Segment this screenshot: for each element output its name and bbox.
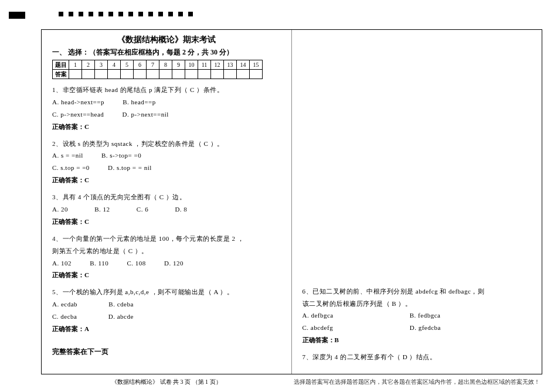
q6-opt-a: A. defbgca — [303, 309, 408, 322]
q3-opt-d: D. 8 — [175, 203, 187, 216]
q4-text-1: 4、一个向量的第一个元素的地址是 100，每个元素的长度是 2 ， — [52, 233, 281, 245]
q3-opt-a: A. 20 — [52, 203, 68, 216]
top-alignment-markers — [0, 12, 554, 19]
section-1-heading: 一、 选择：（答案写在相应框格内，每题 2 分，共 30 分） — [52, 47, 281, 57]
question-2: 2、设栈 s 的类型为 sqstack ，判定栈空的条件是（ C ）。 A. s… — [52, 138, 281, 187]
exam-page: 《数据结构概论》期末考试 一、 选择：（答案写在相应框格内，每题 2 分，共 3… — [41, 29, 542, 374]
q5-opt-c: C. decba — [52, 311, 77, 323]
q6-opt-b: B. fedbgca — [410, 312, 441, 319]
q6-answer: 正确答案：B — [303, 334, 532, 346]
q1-text: 1、非空循环链表 head 的尾结点 p 满足下列（ C ）条件。 — [52, 84, 281, 96]
footer-right-text: 选择题答案写在选择题答题区内，其它各题在答案区域内作答，超出黑色边框区域的答案无… — [292, 378, 543, 386]
question-5: 5、一个栈的输入序列是 a,b,c,d,e ，则不可能输出是（ A ）。 A. … — [52, 286, 281, 335]
q3-opt-b: B. 12 — [94, 203, 110, 216]
row-label-question: 题目 — [53, 60, 69, 70]
q6-text-2: 该二叉树的后根遍历序列是（ B ）。 — [303, 298, 532, 310]
corner-marker-left — [9, 12, 25, 19]
q5-opt-b: B. cdeba — [108, 298, 133, 311]
table-header-row: 题目 1 2 3 4 5 6 7 8 9 10 11 12 13 14 15 — [53, 60, 263, 70]
q2-text: 2、设栈 s 的类型为 sqstack ，判定栈空的条件是（ C ）。 — [52, 138, 281, 150]
q2-opt-d: D. s.top = = nil — [108, 162, 152, 174]
q1-opt-c: C. p->next==head — [52, 108, 104, 121]
question-3: 3、具有 4 个顶点的无向完全图有（ C ）边。 A. 20 B. 12 C. … — [52, 191, 281, 228]
q1-opt-d: D. p->next==nil — [123, 108, 169, 121]
q3-text: 3、具有 4 个顶点的无向完全图有（ C ）边。 — [52, 191, 281, 203]
q2-opt-c: C. s.top = =0 — [52, 162, 90, 174]
q4-opt-c: C. 108 — [127, 257, 145, 270]
q4-opt-b: B. 110 — [90, 257, 108, 270]
q1-answer: 正确答案：C — [52, 121, 281, 133]
row-label-answer: 答案 — [53, 70, 69, 79]
question-7: 7、深度为 4 的二叉树至多有个（ D ）结点。 — [303, 351, 532, 363]
q5-answer: 正确答案：A — [52, 323, 281, 335]
question-4: 4、一个向量的第一个元素的地址是 100，每个元素的长度是 2 ， 则第五个元素… — [52, 233, 281, 282]
q2-answer: 正确答案：C — [52, 174, 281, 186]
q4-text-2: 则第五个元素的地址是（ C ）。 — [52, 245, 281, 257]
footer-left-text: 《数据结构概论》 试卷 共 3 页 （第 1 页） — [41, 378, 292, 386]
q4-opt-a: A. 102 — [52, 257, 72, 270]
page-footer: 《数据结构概论》 试卷 共 3 页 （第 1 页） 选择题答案写在选择题答题区内… — [41, 378, 542, 386]
question-1: 1、非空循环链表 head 的尾结点 p 满足下列（ C ）条件。 A. hea… — [52, 84, 281, 133]
q1-opt-a: A. head->next==p — [52, 96, 104, 108]
table-answer-row: 答案 — [53, 70, 263, 79]
q7-text: 7、深度为 4 的二叉树至多有个（ D ）结点。 — [303, 351, 532, 363]
q3-answer: 正确答案：C — [52, 216, 281, 228]
left-column: 《数据结构概论》期末考试 一、 选择：（答案写在相应框格内，每题 2 分，共 3… — [42, 30, 292, 374]
q6-text-1: 6、已知二叉树的前、中根序列分别是 abdefcg 和 defbagc，则 — [303, 285, 532, 298]
q4-answer: 正确答案：C — [52, 269, 281, 281]
q6-opt-d: D. gfedcba — [410, 324, 441, 331]
q5-opt-a: A. ecdab — [52, 298, 77, 311]
q6-opt-c: C. abcdefg — [303, 322, 408, 334]
q5-text: 5、一个栈的输入序列是 a,b,c,d,e ，则不可能输出是（ A ）。 — [52, 286, 281, 298]
q5-opt-d: D. abcde — [108, 311, 134, 323]
question-6: 6、已知二叉树的前、中根序列分别是 abdefcg 和 defbagc，则 该二… — [303, 285, 532, 346]
q1-opt-b: B. head==p — [123, 96, 156, 108]
exam-title: 《数据结构概论》期末考试 — [52, 35, 281, 45]
marker-dots-row — [59, 12, 193, 16]
answer-grid: 题目 1 2 3 4 5 6 7 8 9 10 11 12 13 14 15 答… — [52, 60, 263, 79]
q2-opt-a: A. s = =nil — [52, 149, 83, 162]
right-column: 6、已知二叉树的前、中根序列分别是 abdefcg 和 defbagc，则 该二… — [292, 30, 542, 374]
next-page-note: 完整答案在下一页 — [52, 347, 281, 357]
q4-opt-d: D. 120 — [164, 257, 183, 270]
q2-opt-b: B. s->top= =0 — [101, 149, 141, 162]
q3-opt-c: C. 6 — [137, 203, 148, 216]
